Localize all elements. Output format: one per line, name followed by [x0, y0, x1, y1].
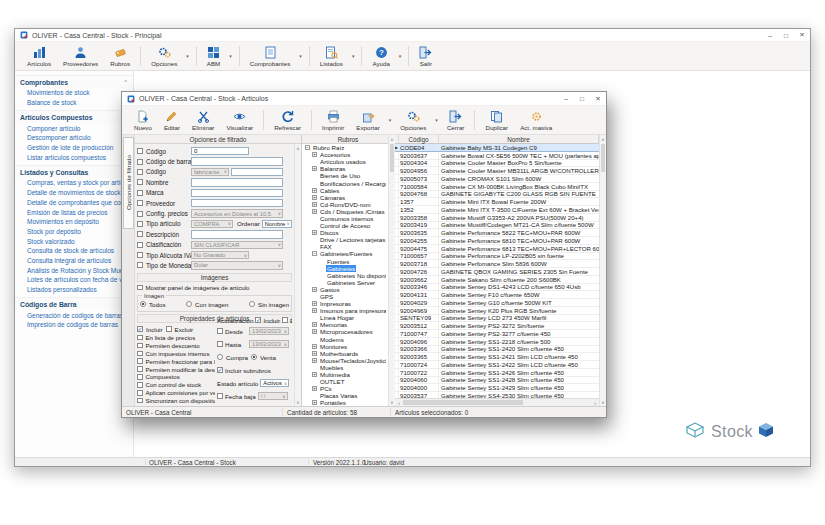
- filter-checkbox-nombre[interactable]: [137, 179, 143, 185]
- tree-item-linea-hogar[interactable]: Línea Hogar: [303, 314, 386, 321]
- expand-plus-icon[interactable]: +: [312, 308, 317, 313]
- sidebar-item-stock-por-deposito[interactable]: Stock por depósito: [15, 227, 133, 237]
- tipo-articulo-dropdown[interactable]: COMPRA∨: [191, 220, 233, 228]
- expand-plus-icon[interactable]: +: [312, 372, 317, 377]
- table-row[interactable]: 92004060Gabinete Sentey SS1-2428 Slim c/…: [395, 377, 599, 385]
- expand-plus-icon[interactable]: +: [312, 152, 317, 157]
- filter-checkbox-codigo[interactable]: [137, 169, 143, 175]
- tree-item-bienes-de-uso[interactable]: Bienes de Uso: [303, 172, 386, 179]
- radio-compra[interactable]: Compra: [217, 354, 248, 361]
- filter-checkbox-codigo[interactable]: [137, 148, 143, 154]
- radio-todos[interactable]: Todos: [140, 301, 166, 308]
- table-row[interactable]: 92003365Gabinete Sentey SS1-2421 Slim LC…: [395, 353, 599, 361]
- sidebar-item-consulta-integral-de-articulos[interactable]: Consulta integral de artículos: [15, 256, 133, 266]
- column-header-nombre[interactable]: Nombre: [439, 135, 599, 144]
- proveedor-input[interactable]: [191, 199, 283, 207]
- expand-plus-icon[interactable]: +: [312, 322, 317, 327]
- sidebar-item-analisis-de-rotacion-y-stock-muerto[interactable]: Análisis de Rotación y Stock Muerto: [15, 265, 133, 275]
- table-row[interactable]: 92004255Gabinete Perfomance 6810 TEC+MOU…: [395, 237, 599, 245]
- chevron-down-icon[interactable]: ▾: [396, 43, 405, 69]
- tree-item-motherboards[interactable]: +Motherboards: [303, 350, 386, 357]
- sidebar-item-descomponer-articulo[interactable]: Descomponer artículo: [15, 133, 133, 143]
- table-row[interactable]: 1357Gabinete Mini ITX Bowal Fuente 200W: [395, 198, 599, 206]
- radio-sin-imagen[interactable]: Sin imagen: [249, 301, 289, 308]
- show-images-checkbox[interactable]: [137, 285, 143, 291]
- main-ayuda-button[interactable]: ?Ayuda: [366, 43, 395, 69]
- table-row[interactable]: 71000747Gabinete Sentey PS2-3277 c/fuent…: [395, 330, 599, 338]
- table-row[interactable]: 92003346Gabinete Sentey DS1-4243 LCD c/f…: [395, 284, 599, 292]
- sidebar-item-impresion-de-codigos-de-barras[interactable]: Impresión de códigos de barras: [15, 320, 133, 330]
- sidebar-item-consulta-de-stock-de-articulos[interactable]: Consulta de stock de artículos: [15, 246, 133, 256]
- tree-item-mouse-teclados-joysticks[interactable]: +Mouse/Teclados/Joysticks: [303, 357, 386, 364]
- minimize-icon[interactable]: –: [558, 92, 574, 105]
- articles-imprimir-button[interactable]: Imprimir: [316, 107, 350, 133]
- sidebar-item-listar-articulos-compuestos[interactable]: Listar artículos compuestos: [15, 152, 133, 162]
- main-salir-button[interactable]: Salir: [413, 43, 438, 69]
- chevron-down-icon[interactable]: ▾: [183, 43, 192, 69]
- scroll-right-icon[interactable]: ›: [591, 399, 599, 406]
- table-row[interactable]: 92005073Gabinete CROMAX S101 Slim 600W: [395, 175, 599, 183]
- property-permiten-descuento[interactable]: Permiten descuento: [137, 341, 215, 349]
- table-row[interactable]: 92004029Gabinete Sentey G10 c/fuente 500…: [395, 299, 599, 307]
- tipo-alicuota-iva-dropdown[interactable]: No Gravado∨: [191, 251, 249, 259]
- filter-checkbox-marca[interactable]: [137, 190, 143, 196]
- expand-plus-icon[interactable]: +: [312, 329, 317, 334]
- tree-item-outlet[interactable]: OUTLET: [303, 378, 386, 385]
- table-row[interactable]: 92003718Gabinete Perfomance Slim 5836 60…: [395, 260, 599, 268]
- filter-checkbox-proveedor[interactable]: [137, 200, 143, 206]
- desde-checkbox[interactable]: [217, 328, 223, 334]
- articles-opciones-button[interactable]: Opciones: [394, 107, 432, 133]
- expand-plus-icon[interactable]: +: [312, 188, 317, 193]
- tree-item-bonificaciones-recargos[interactable]: Bonificaciones / Recargos: [303, 179, 386, 186]
- property-checkbox[interactable]: [137, 335, 143, 341]
- maximize-icon[interactable]: □: [574, 92, 590, 105]
- chevron-down-icon[interactable]: ▾: [386, 107, 395, 133]
- property-checkbox[interactable]: [137, 366, 143, 372]
- table-row[interactable]: SENTEY09Gabinete Sentey LCD 273 450W Mar…: [395, 315, 599, 323]
- incluir-checkbox[interactable]: ✓: [137, 326, 143, 332]
- descripcion-input[interactable]: [191, 230, 283, 238]
- filter-options-tab[interactable]: Opciones de filtrado: [123, 137, 134, 229]
- desde-date[interactable]: 13/02/2023∨: [249, 327, 289, 335]
- collapse-minus-icon[interactable]: −: [312, 251, 317, 256]
- sidebar-section-comprobantes[interactable]: Comprobantes^: [15, 75, 133, 88]
- fecha-baja-checkbox[interactable]: [217, 393, 223, 399]
- property-con-control-de-stock[interactable]: Con control de stock: [137, 381, 215, 389]
- table-row[interactable]: 92004000Gabinete Sentey SS1-2429 Slim c/…: [395, 384, 599, 392]
- main-articulos-button[interactable]: Artículos: [21, 43, 57, 69]
- tree-item-fax[interactable]: FAX: [303, 243, 386, 250]
- articles-editar-button[interactable]: Editar: [158, 107, 186, 133]
- tree-item-cables[interactable]: +Cables: [303, 187, 386, 194]
- table-row[interactable]: 92004726GABINETE QBOX GAMING SERIES 2305…: [395, 268, 599, 276]
- sidebar-section-codigos-de-barra[interactable]: Códigos de Barra: [15, 297, 133, 310]
- close-icon[interactable]: ✕: [794, 29, 810, 41]
- tree-item-microprocesadores[interactable]: +Microprocesadores: [303, 328, 386, 335]
- property-sincronizan-con-dispositivo-movil[interactable]: Sincronizan con dispositivo móvil: [137, 397, 215, 405]
- codigo-input[interactable]: 0: [191, 147, 249, 155]
- property-checkbox[interactable]: [137, 351, 143, 357]
- table-row[interactable]: 92003637Gabinete Bowal CX-5E56 500W TEC …: [395, 152, 599, 160]
- column-header-codigo[interactable]: Código: [399, 135, 439, 144]
- nombre-input[interactable]: [191, 178, 283, 186]
- tree-item-gps[interactable]: GPS: [303, 293, 386, 300]
- tree-item-gastos[interactable]: +Gastos: [303, 286, 386, 293]
- property-compuestos[interactable]: Compuestos: [137, 373, 215, 381]
- articles-cerrar-button[interactable]: Cerrar: [441, 107, 471, 133]
- sidebar-item-emision-de-listas-de-precios[interactable]: Emisión de listas de precios: [15, 207, 133, 217]
- tree-item-portatiles[interactable]: +Portátiles: [303, 399, 386, 406]
- main-comprobantes-button[interactable]: Comprobantes: [244, 43, 297, 69]
- minimize-icon[interactable]: –: [762, 29, 778, 41]
- main-opciones-button[interactable]: Opciones: [145, 43, 183, 69]
- main-rubros-button[interactable]: Rubros: [104, 43, 136, 69]
- radio-con-imagen[interactable]: Con imagen: [186, 301, 228, 308]
- table-row[interactable]: 92004131Gabinete Sentey F10 c/fuente 650…: [395, 291, 599, 299]
- tree-item-modems[interactable]: Modems: [303, 336, 386, 343]
- tree-item-gabinetes-fuentes[interactable]: −Gabinetes/Fuentes: [303, 250, 386, 257]
- sidebar-item-gestion-de-lote-de-produccion[interactable]: Gestión de lote de producción: [15, 143, 133, 153]
- sidebar-item-detalle-de-comprobantes-que-comprometen[interactable]: Detalle de comprobantes que comprometen: [15, 198, 133, 208]
- main-proveedores-button[interactable]: Proveedores: [57, 43, 104, 69]
- tree-item-cd-rom-dvd-rom[interactable]: +Cd-Rom/DVD-rom: [303, 201, 386, 208]
- sidebar-item-movimientos-de-stock[interactable]: Movimientos de stock: [15, 88, 133, 98]
- table-row[interactable]: 71000657Gabinete Perfomance LP-2202B05 s…: [395, 253, 599, 261]
- main-abm-button[interactable]: ABM: [201, 43, 226, 69]
